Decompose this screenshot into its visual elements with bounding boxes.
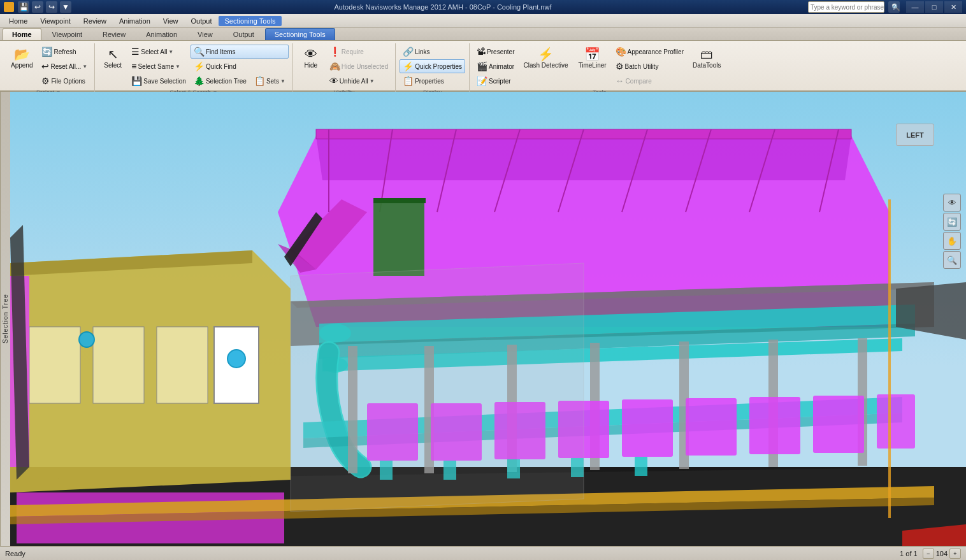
close-btn[interactable]: ✕ [944,1,962,13]
qa-undo[interactable]: ↩ [32,1,43,13]
maximize-btn[interactable]: □ [925,1,943,13]
unhide-all-btn[interactable]: 👁 Unhide All ▼ [326,74,391,88]
presenter-icon: 📽 [477,47,486,57]
viewport[interactable]: LEFT 👁 🔄 ✋ 🔍 [10,92,966,546]
visibility-btns: 👁 Hide ❗ Require 🙈 Hide Unselected 👁 Unh… [297,43,391,88]
properties-btn[interactable]: 📋 Properties [400,74,465,88]
group-project: 📂 Append 🔄 Refresh ↩ Reset All... ▼ ⚙ [3,43,95,97]
tab-sectioning-tools[interactable]: Sectioning Tools [265,28,335,40]
title-bar: 💾 ↩ ↪ ▼ Autodesk Navisworks Manage 2012 … [0,0,966,14]
batch-utility-btn[interactable]: ⚙ Batch Utility [612,59,687,73]
window-controls: — □ ✕ [906,1,962,13]
timeliner-icon: 📅 [584,48,600,61]
properties-label: Properties [415,78,444,85]
quick-properties-label: Quick Properties [415,63,462,70]
sets-btn[interactable]: 📋 Sets ▼ [251,74,289,88]
nav-orbit-btn[interactable]: 🔄 [943,213,961,231]
zoom-out-btn[interactable]: − [923,549,934,559]
animator-btn[interactable]: 🎬 Animator [473,59,517,73]
appearance-profiler-label: Appearance Profiler [628,48,684,55]
quick-find-btn[interactable]: ⚡ Quick Find [191,59,289,73]
scripter-label: Scripter [489,78,510,85]
svg-rect-50 [813,396,864,453]
timeliner-btn[interactable]: 📅 TimeLiner [574,45,611,72]
reset-label: Reset All... [50,63,81,70]
find-items-icon: 🔍 [194,47,205,57]
datatools-btn[interactable]: 🗃 DataTools [688,45,725,72]
svg-rect-51 [877,394,915,449]
selection-tree-btn[interactable]: 🌲 Selection Tree [191,74,250,88]
left-panel-label[interactable]: Selection Tree [0,92,10,546]
presenter-label: Presenter [487,48,514,55]
select-all-label: Select All [141,48,167,55]
refresh-btn[interactable]: 🔄 Refresh [38,45,90,59]
svg-rect-21 [29,327,80,403]
svg-rect-23 [157,327,208,403]
tab-view[interactable]: View [188,28,222,40]
quick-properties-btn[interactable]: ⚡ Quick Properties [400,59,465,73]
zoom-in-btn[interactable]: + [949,549,961,559]
menu-animation[interactable]: Animation [113,16,157,26]
tab-home[interactable]: Home [3,28,41,40]
select-all-icon: ☰ [131,47,140,57]
tab-output[interactable]: Output [224,28,264,40]
menu-viewpoint[interactable]: Viewpoint [34,16,77,26]
quick-find-label: Quick Find [206,63,236,70]
svg-rect-49 [749,397,800,454]
project-btns: 📂 Append 🔄 Refresh ↩ Reset All... ▼ ⚙ [6,43,90,88]
group-tools: 📽 Presenter 🎬 Animator 📝 Scripter ⚡ Clas… [470,43,729,97]
nav-zoom-btn[interactable]: 🔍 [943,251,961,269]
status-right: 1 of 1 − 104 + [900,549,961,559]
visibility-col: ❗ Require 🙈 Hide Unselected 👁 Unhide All… [326,45,391,88]
quick-access-toolbar: 💾 ↩ ↪ ▼ [18,1,71,13]
find-items-label: Find Items [206,48,236,55]
ribbon-tabs: Home Viewpoint Review Animation View Out… [0,28,966,41]
menu-review[interactable]: Review [77,16,113,26]
select-btn[interactable]: ↖ Select [99,45,127,72]
links-btn[interactable]: 🔗 Links [400,45,465,59]
select-same-btn[interactable]: ≡ Select Same ▼ [128,59,189,73]
appearance-profiler-btn[interactable]: 🎨 Appearance Profiler [612,45,687,59]
tab-viewpoint[interactable]: Viewpoint [43,28,92,40]
batch-utility-icon: ⚙ [616,61,624,71]
presenter-btn[interactable]: 📽 Presenter [473,45,517,59]
menu-output[interactable]: Output [185,16,219,26]
page-info: 1 of 1 [900,550,918,557]
qa-more[interactable]: ▼ [60,1,71,13]
scene-3d [10,92,966,546]
sets-label: Sets [266,78,279,85]
tab-animation[interactable]: Animation [136,28,187,40]
tools-btns: 📽 Presenter 🎬 Animator 📝 Scripter ⚡ Clas… [473,43,725,88]
svg-rect-56 [635,457,647,476]
tab-review[interactable]: Review [93,28,135,40]
clash-detective-btn[interactable]: ⚡ Clash Detective [519,45,572,72]
menu-home[interactable]: Home [3,16,34,26]
minimize-btn[interactable]: — [906,1,924,13]
scripter-btn[interactable]: 📝 Scripter [473,74,517,88]
select-all-btn[interactable]: ☰ Select All ▼ [128,45,189,59]
nav-look-btn[interactable]: 👁 [943,194,961,212]
file-options-btn[interactable]: ⚙ File Options [38,74,90,88]
help-btn[interactable]: ? [888,1,900,13]
menu-sectioning-tools[interactable]: Sectioning Tools [219,16,282,26]
nav-pan-btn[interactable]: ✋ [943,232,961,250]
compare-btn[interactable]: ↔ Compare [612,74,687,88]
menu-view[interactable]: View [157,16,185,26]
save-selection-btn[interactable]: 💾 Save Selection [128,74,189,88]
qa-save[interactable]: 💾 [18,1,29,13]
find-items-btn[interactable]: 🔍 Find Items [191,45,289,59]
hide-unselected-icon: 🙈 [329,61,340,71]
hide-btn[interactable]: 👁 Hide [297,45,325,72]
require-btn[interactable]: ❗ Require [326,45,391,59]
hide-unselected-btn[interactable]: 🙈 Hide Unselected [326,59,391,73]
svg-rect-17 [373,199,424,276]
search-box[interactable]: 🔍 [808,1,884,13]
svg-marker-63 [291,263,584,512]
append-btn[interactable]: 📂 Append [6,45,37,72]
page-control: 1 of 1 [900,550,918,557]
reset-all-btn[interactable]: ↩ Reset All... ▼ [38,59,90,73]
qa-redo[interactable]: ↪ [46,1,57,13]
append-icon: 📂 [14,48,30,61]
selection-tree-label: Selection Tree [206,78,247,85]
search-input[interactable] [811,4,891,11]
